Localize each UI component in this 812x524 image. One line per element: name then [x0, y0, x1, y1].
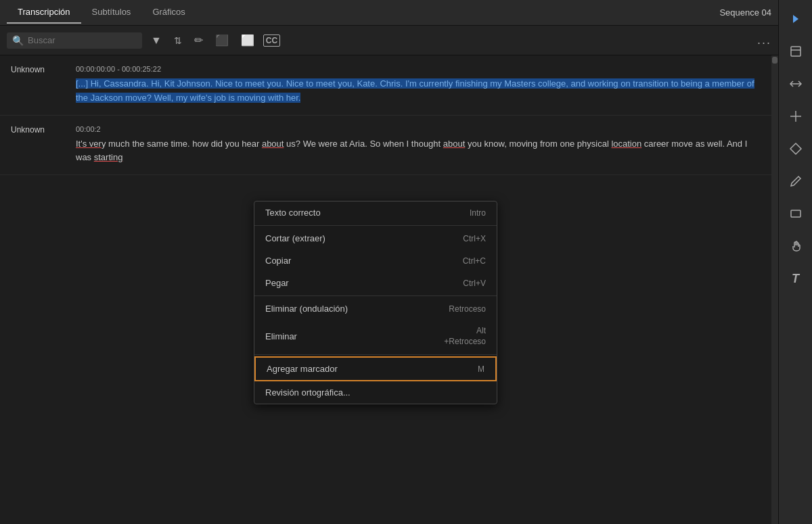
text-segment: s college, and working on [531, 78, 633, 89]
menu-item-label: Eliminar [265, 331, 297, 341]
tab-graficos[interactable]: Gráficos [141, 1, 196, 24]
sequence-label: Sequence 04 [719, 7, 771, 18]
menu-item-revision-ortografica[interactable]: Revisión ortográfica... [254, 381, 497, 404]
menu-item-shortcut: Retroceso [449, 304, 486, 314]
text-segment: move? Well, my wife's job is [125, 93, 238, 103]
menu-separator [254, 295, 497, 296]
transcript-content: 00:00:2 It's very much the same time. ho… [76, 125, 761, 166]
hand-icon[interactable] [784, 234, 808, 258]
content-area: Unknown 00:00:00:00 - 00:00:25:22 [...] … [0, 55, 778, 524]
text-segment: I'm currently finishing my [405, 78, 504, 89]
text-segment: Master [504, 78, 531, 89]
tab-transcripcion[interactable]: Transcripción [7, 1, 81, 24]
search-icon: 🔍 [12, 35, 24, 46]
text-segment: transit [633, 78, 656, 89]
filter-icon[interactable]: ▼ [148, 32, 165, 49]
import-icon[interactable]: ⬜ [238, 32, 258, 49]
text-segment: [...] Hi, Cassandra. Hi, Kit Johnson. Ni… [76, 78, 405, 89]
sort-icon[interactable]: ⇅ [171, 33, 185, 48]
speaker-label: Unknown [11, 65, 65, 105]
text-segment: y much the same time. how did you hear [102, 139, 262, 149]
text-segment: you know, moving from one physical [465, 139, 611, 149]
pen-icon[interactable] [784, 169, 808, 193]
menu-item-eliminar[interactable]: Eliminar Alt+Retroceso [254, 320, 497, 353]
text-segment: about [262, 139, 284, 149]
menu-item-copiar[interactable]: Copiar Ctrl+C [254, 249, 497, 272]
text-segment: Jackson [91, 93, 125, 103]
text-segment: us? We were at Aria. So when I thought [284, 139, 443, 149]
transcript-entry: Unknown 00:00:2 It's very much the same … [0, 116, 771, 176]
menu-item-label: Texto correcto [265, 208, 321, 218]
menu-item-cortar[interactable]: Cortar (extraer) Ctrl+X [254, 227, 497, 249]
transcript-text[interactable]: [...] Hi, Cassandra. Hi, Kit Johnson. Ni… [76, 77, 761, 105]
menu-item-shortcut: Ctrl+X [463, 234, 486, 243]
menu-separator [254, 354, 497, 355]
square-icon[interactable] [784, 201, 808, 226]
svg-marker-6 [790, 143, 801, 154]
menu-item-shortcut: Ctrl+C [463, 256, 486, 266]
menu-item-shortcut: Ctrl+V [463, 279, 486, 288]
export-icon[interactable]: ⬛ [212, 32, 232, 49]
menu-item-shortcut: M [478, 364, 484, 374]
menu-item-label: Agregar marcador [267, 364, 338, 374]
scrollbar[interactable] [771, 55, 778, 524]
menu-item-label: Eliminar (ondulación) [265, 304, 348, 314]
transcript-content: 00:00:00:00 - 00:00:25:22 [...] Hi, Cass… [76, 65, 761, 105]
menu-item-shortcut: Alt+Retroceso [444, 326, 486, 347]
menu-item-label: Copiar [265, 256, 291, 266]
arrow-right-icon[interactable] [784, 7, 808, 31]
svg-marker-0 [793, 15, 798, 23]
text-segment: starting [94, 152, 123, 162]
search-box: 🔍 [7, 32, 142, 49]
transcript-entry: Unknown 00:00:00:00 - 00:00:25:22 [...] … [0, 55, 771, 116]
text-segment: It's ver [76, 139, 102, 149]
arrows-expand-icon[interactable] [784, 72, 808, 96]
edit-icon[interactable]: ✏ [191, 32, 206, 49]
cc-icon[interactable]: CC [263, 34, 280, 47]
tab-subtitulos[interactable]: Subtítulos [81, 1, 142, 24]
menu-item-pegar[interactable]: Pegar Ctrl+V [254, 272, 497, 294]
more-options-button[interactable]: ... [757, 33, 771, 47]
diamond-icon[interactable] [784, 137, 808, 161]
menu-item-agregar-marcador[interactable]: Agregar marcador M [254, 356, 497, 381]
svg-rect-7 [791, 210, 800, 217]
menu-item-texto-correcto[interactable]: Texto correcto Intro [254, 201, 497, 224]
context-menu: Texto correcto Intro Cortar (extraer) Ct… [254, 201, 497, 404]
text-segment: moving [238, 93, 269, 103]
tab-bar: Transcripción Subtítulos Gráficos Sequen… [0, 0, 778, 26]
menu-item-label: Revisión ortográfica... [265, 387, 351, 398]
text-segment: ion [657, 78, 671, 89]
plus-arrows-icon[interactable] [784, 104, 808, 128]
transcript-text[interactable]: It's very much the same time. how did yo… [76, 137, 761, 166]
text-segment: about [443, 139, 466, 149]
text-segment: with her. [268, 93, 300, 103]
text-icon[interactable]: T [784, 266, 808, 291]
menu-separator [254, 225, 497, 226]
menu-item-label: Cortar (extraer) [265, 233, 325, 243]
panel-icon[interactable] [784, 39, 808, 64]
right-sidebar: T [778, 0, 812, 524]
search-input[interactable] [28, 35, 122, 45]
menu-item-label: Pegar [265, 278, 289, 288]
time-range: 00:00:00:00 - 00:00:25:22 [76, 65, 761, 73]
time-range: 00:00:2 [76, 125, 761, 133]
text-segment: location [611, 139, 641, 149]
svg-rect-1 [791, 47, 800, 56]
menu-item-eliminar-ondulacion[interactable]: Eliminar (ondulación) Retroceso [254, 297, 497, 320]
menu-item-shortcut: Intro [470, 208, 486, 218]
toolbar: 🔍 ▼ ⇅ ✏ ⬛ ⬜ CC ... [0, 26, 778, 55]
speaker-label: Unknown [11, 125, 65, 166]
